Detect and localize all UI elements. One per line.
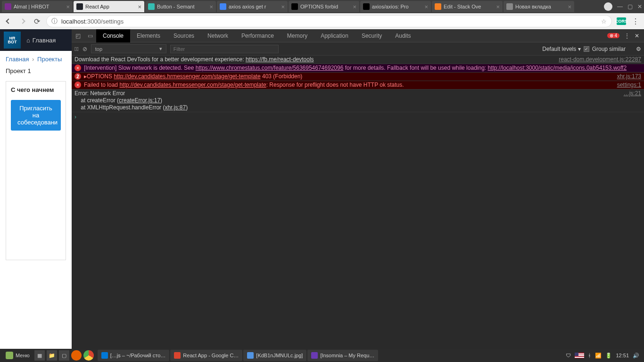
group-similar-checkbox[interactable]: ✓ bbox=[584, 46, 589, 52]
close-tab-icon[interactable]: × bbox=[496, 3, 500, 10]
browser-tab[interactable]: Новая вкладка× bbox=[504, 1, 574, 12]
devtools-tab-memory[interactable]: Memory bbox=[281, 29, 314, 42]
browser-tab[interactable]: axios/axios: Pro× bbox=[360, 1, 431, 12]
browser-tab[interactable]: OPTIONS forbid× bbox=[289, 1, 359, 12]
filter-input[interactable] bbox=[170, 45, 279, 53]
show-desktop-icon[interactable]: ▦ bbox=[34, 350, 45, 361]
terminal-icon[interactable]: ▢ bbox=[59, 350, 69, 361]
back-button[interactable] bbox=[4, 16, 13, 26]
app-icon bbox=[311, 352, 318, 359]
profile-avatar[interactable] bbox=[604, 2, 612, 11]
close-tab-icon[interactable]: × bbox=[209, 3, 213, 10]
taskbar-app[interactable]: [KdB1nJMNULc.jpg] bbox=[243, 350, 306, 361]
device-toolbar-icon[interactable]: ▭ bbox=[84, 33, 96, 39]
devtools-tab-audits[interactable]: Audits bbox=[388, 29, 417, 42]
app-header: HR BOT ⌂ Главная bbox=[0, 29, 72, 51]
project-title: Проект 1 bbox=[0, 67, 72, 77]
tray-bluetooth-icon[interactable]: ᚼ bbox=[588, 353, 591, 358]
app-logo[interactable]: HR BOT bbox=[4, 32, 21, 49]
close-tab-icon[interactable]: × bbox=[353, 3, 356, 10]
console-message: 2▸OPTIONS http://dev.candidates.hrmessen… bbox=[72, 73, 644, 81]
cors-extension-icon[interactable]: CORS bbox=[617, 17, 626, 25]
devtools-tab-elements[interactable]: Elements bbox=[130, 29, 167, 42]
toggle-sidebar-icon[interactable]: ▶⃞ bbox=[74, 46, 79, 52]
browser-menu-button[interactable]: ⋮ bbox=[631, 16, 640, 26]
clear-console-icon[interactable]: ⊘ bbox=[83, 46, 87, 52]
devtools-tab-console[interactable]: Console bbox=[96, 29, 130, 42]
browser-tab[interactable]: axios axios get r× bbox=[217, 1, 288, 12]
console-prompt[interactable]: › bbox=[72, 112, 644, 122]
error-count-badge[interactable]: ⊗4 bbox=[607, 33, 619, 38]
console-message: Error: Network Error at createError (cre… bbox=[72, 90, 644, 112]
source-link[interactable]: xhr.js:173 bbox=[617, 73, 641, 80]
close-window-button[interactable]: ✕ bbox=[637, 3, 642, 10]
quick-launch: ▦ 📁 ▢ bbox=[34, 350, 94, 361]
tab-title: Edit - Stack Ove bbox=[444, 4, 494, 9]
tray-volume-icon[interactable]: 🔊 bbox=[633, 353, 639, 359]
close-tab-icon[interactable]: × bbox=[424, 3, 428, 10]
forward-button[interactable] bbox=[18, 16, 27, 26]
devtools-tabs: ◰ ▭ ConsoleElementsSourcesNetworkPerform… bbox=[72, 29, 644, 42]
breadcrumb-projects[interactable]: Проекты bbox=[37, 56, 62, 63]
invite-button[interactable]: Пригласить на собеседовани bbox=[11, 100, 61, 131]
taskbar-app[interactable]: [Insomnia – My Requ… bbox=[307, 350, 378, 361]
devtools-menu-icon[interactable]: ⋮ bbox=[624, 33, 630, 39]
app-icon bbox=[247, 352, 254, 359]
keyboard-layout-flag[interactable] bbox=[575, 353, 584, 358]
devtools-tab-application[interactable]: Application bbox=[314, 29, 355, 42]
devtools-tab-network[interactable]: Network bbox=[201, 29, 235, 42]
close-tab-icon[interactable]: × bbox=[568, 3, 571, 10]
source-link[interactable]: react-dom.development.js:22287 bbox=[559, 56, 641, 63]
tab-title: Новая вкладка bbox=[515, 4, 566, 9]
breadcrumb-home[interactable]: Главная bbox=[6, 56, 29, 63]
start-menu-button[interactable]: Меню bbox=[2, 350, 33, 361]
taskbar-app[interactable]: React App - Google C… bbox=[170, 350, 242, 361]
browser-tab[interactable]: React App× bbox=[74, 1, 144, 12]
console-message: Download the React DevTools for a better… bbox=[72, 56, 644, 64]
onboarding-card: С чего начнем Пригласить на собеседовани bbox=[6, 81, 66, 260]
minimize-button[interactable]: — bbox=[617, 3, 623, 10]
url-host: localhost bbox=[61, 18, 85, 25]
devtools-close-icon[interactable]: ✕ bbox=[635, 33, 639, 39]
url-input[interactable]: ⓘ localhost:3000/settings ☆ bbox=[46, 15, 612, 27]
firefox-icon[interactable] bbox=[71, 350, 82, 361]
maximize-button[interactable]: ▢ bbox=[627, 3, 633, 10]
browser-tab[interactable]: Edit - Stack Ove× bbox=[432, 1, 503, 12]
devtools-tab-sources[interactable]: Sources bbox=[167, 29, 201, 42]
console-settings-icon[interactable]: ⚙ bbox=[636, 46, 641, 52]
tab-title: React App bbox=[85, 4, 136, 9]
favicon bbox=[220, 3, 226, 10]
reload-button[interactable]: ⟳ bbox=[32, 16, 41, 26]
clock[interactable]: 12:51 bbox=[616, 353, 629, 358]
taskbar-app[interactable]: […js – ~/Рабочий сто… bbox=[98, 350, 170, 361]
source-link[interactable]: settings:1 bbox=[617, 82, 641, 89]
close-tab-icon[interactable]: × bbox=[281, 3, 285, 10]
files-icon[interactable]: 📁 bbox=[47, 350, 57, 361]
context-selector[interactable]: top▾ bbox=[91, 44, 166, 53]
address-bar: ⟳ ⓘ localhost:3000/settings ☆ CORS ⋮ bbox=[0, 13, 644, 29]
devtools-tab-security[interactable]: Security bbox=[355, 29, 388, 42]
favicon bbox=[506, 3, 513, 10]
favicon bbox=[291, 3, 298, 10]
chrome-icon[interactable] bbox=[83, 350, 94, 361]
browser-tab[interactable]: Button - Semant× bbox=[145, 1, 216, 12]
close-tab-icon[interactable]: × bbox=[138, 3, 141, 10]
tray-network-icon[interactable]: 📶 bbox=[595, 353, 602, 359]
log-levels-dropdown[interactable]: Default levels ▾ bbox=[542, 46, 580, 52]
app-icon bbox=[174, 352, 181, 359]
browser-tab[interactable]: Almat | HRBOT× bbox=[2, 1, 73, 12]
bookmark-star-icon[interactable]: ☆ bbox=[601, 18, 607, 25]
tab-title: Almat | HRBOT bbox=[14, 4, 64, 9]
site-info-icon[interactable]: ⓘ bbox=[51, 17, 58, 25]
devtools-tab-performance[interactable]: Performance bbox=[235, 29, 281, 42]
group-similar-label: Group similar bbox=[592, 46, 626, 52]
close-tab-icon[interactable]: × bbox=[66, 3, 70, 10]
url-path: /settings bbox=[101, 18, 124, 25]
error-icon: ⊗ bbox=[610, 33, 613, 38]
tray-shield-icon[interactable]: 🛡 bbox=[566, 353, 571, 358]
source-link[interactable]: …js:21 bbox=[624, 90, 641, 111]
tray-battery-icon[interactable]: 🔋 bbox=[605, 353, 612, 359]
nav-home-link[interactable]: ⌂ Главная bbox=[26, 37, 56, 44]
favicon bbox=[363, 3, 370, 10]
inspect-element-icon[interactable]: ◰ bbox=[72, 33, 84, 39]
